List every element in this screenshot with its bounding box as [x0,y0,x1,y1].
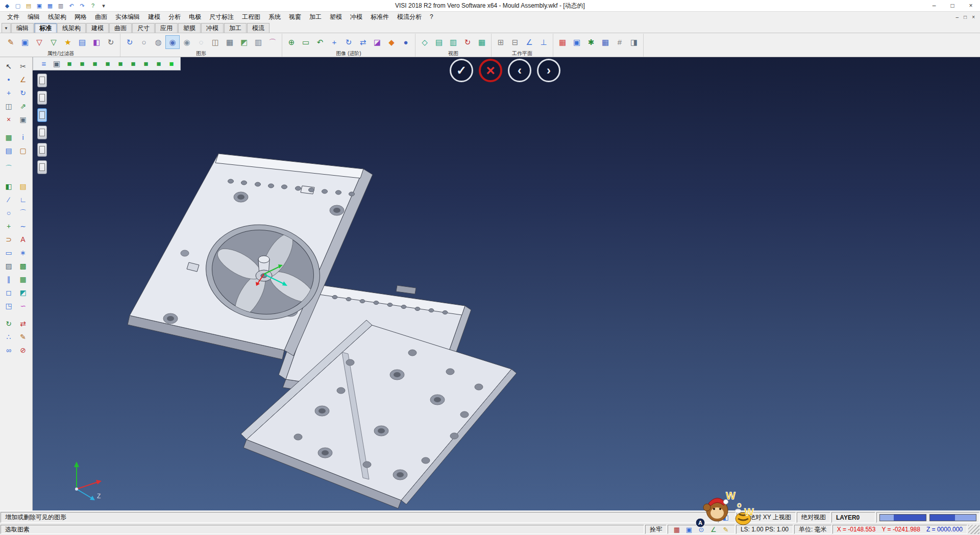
fill-color-icon[interactable]: ◧ [2,180,16,193]
view-cube-top-icon[interactable]: ■ [77,59,88,69]
menu-item[interactable]: 实体编辑 [111,13,144,21]
freeform-icon[interactable]: ∽ [16,299,30,312]
settings-gear-icon[interactable]: ✱ [584,35,598,49]
view-cube-right-icon[interactable]: ■ [128,59,139,69]
save-icon[interactable]: ▣ [35,2,44,10]
next-button[interactable]: › [537,59,560,82]
ortho-icon[interactable]: ▣ [684,525,694,533]
offset-icon[interactable]: ⊃ [2,233,16,246]
select-icon[interactable]: ↖ [2,60,16,73]
tab-application[interactable]: 应用 [155,23,178,33]
tab-stamping[interactable]: 冲模 [201,23,224,33]
circle-icon[interactable]: ○ [2,206,16,220]
snap-lock-toggle[interactable]: 拴牢 [645,525,667,534]
confirm-button[interactable]: ✓ [450,59,473,82]
close-button[interactable]: × [962,0,980,11]
layers-icon[interactable]: ▤ [2,144,16,157]
render-settings-icon[interactable]: ◆ [384,35,399,49]
workplane-from-view-icon[interactable]: ⊟ [508,35,522,49]
view-cube-left-icon[interactable]: ■ [115,59,126,69]
menu-item[interactable]: 网格 [70,13,91,21]
points-icon[interactable]: ∴ [2,330,16,344]
shading-sphere-icon[interactable]: ● [399,35,413,49]
measure-icon[interactable]: ∠ [16,73,30,86]
shaded-edges-display-icon[interactable]: ◉ [180,35,194,49]
zebra-analysis-icon[interactable]: ▥ [251,35,265,49]
snap-point-icon[interactable]: • [2,73,16,86]
multi-view-icon[interactable]: ▦ [223,35,237,49]
screen-config-icon[interactable]: ▣ [570,35,584,49]
snap-settings-icon[interactable]: # [612,35,627,49]
trim-icon[interactable]: ✂ [16,60,30,73]
workplane-normal-icon[interactable]: ⊥ [536,35,551,49]
system-info-icon[interactable]: ◨ [627,35,641,49]
resize-grip[interactable] [968,525,979,534]
workplane-xy-icon[interactable]: ⊞ [494,35,508,49]
tab-moulding[interactable]: 塑膜 [178,23,201,33]
group-icon[interactable]: ▦ [2,131,16,144]
grid-icon[interactable]: ▦ [16,273,30,286]
mdi-restore-button[interactable]: □ [964,14,967,20]
zoom-previous-icon[interactable]: ↶ [313,35,327,49]
display-settings-icon[interactable]: ▣ [51,59,62,69]
cancel-button[interactable]: × [479,59,502,82]
hatch-icon[interactable]: ▨ [2,259,16,273]
undo-icon[interactable]: ↶ [67,2,76,10]
view-cube-axon-icon[interactable]: ■ [153,59,164,69]
curve-icon[interactable]: ⌒ [2,162,16,175]
minimize-button[interactable]: – [925,0,943,11]
menu-item[interactable]: 加工 [305,13,326,21]
workplane-3points-icon[interactable]: ∠ [522,35,536,49]
point-plus-icon[interactable]: + [2,220,16,233]
view-manager-icon[interactable]: ▦ [475,35,489,49]
element-filter-icon[interactable]: ▽ [32,35,46,49]
polyline-icon[interactable]: ∟ [16,193,30,206]
move-icon[interactable]: + [2,86,16,100]
edit-attributes-icon[interactable]: ✎ [4,35,18,49]
view-cube-back-icon[interactable]: ■ [102,59,113,69]
tab-surface[interactable]: 曲面 [109,23,132,33]
surface-icon[interactable]: ◩ [16,286,30,299]
menu-item[interactable]: 工程图 [238,13,264,21]
draft-analysis-icon[interactable]: ◩ [237,35,251,49]
menu-item[interactable]: 编辑 [23,13,44,21]
blocks-icon[interactable]: ▢ [16,144,30,157]
pan-icon[interactable]: + [327,35,341,49]
filter-wireframe-icon[interactable] [37,108,47,122]
curvature-analysis-icon[interactable]: ⌒ [265,35,280,49]
view-cube-bottom-icon[interactable]: ■ [140,59,152,69]
arc-icon[interactable]: ⌒ [16,206,30,220]
copy-icon[interactable]: ▣ [16,113,30,126]
hatch-green-icon[interactable]: ▩ [16,259,30,273]
spline-icon[interactable]: ∼ [16,220,30,233]
rectangle-icon[interactable]: ▭ [2,246,16,259]
redo-icon[interactable]: ↷ [78,2,87,10]
tab-machining[interactable]: 加工 [224,23,247,33]
customize-toolbar-caret[interactable]: ▾ [99,2,108,10]
shaded-view-icon[interactable]: ■ [166,59,177,69]
view-flip-icon[interactable]: ⇄ [356,35,370,49]
mdi-minimize-button[interactable]: – [956,14,959,20]
view-mode-indicator[interactable]: 绝对视图 [797,512,830,523]
save-all-icon[interactable]: ▦ [45,2,55,10]
filter-solids-icon[interactable] [37,74,47,87]
pencil-icon[interactable]: ✎ [16,330,30,344]
mirror-icon[interactable]: ◫ [2,100,16,113]
front-view-icon[interactable]: ▥ [446,35,460,49]
tab-modeling[interactable]: 建模 [86,23,109,33]
line-icon[interactable]: ∕ [2,193,16,206]
print-icon[interactable]: ▥ [56,2,65,10]
transparent-display-icon[interactable]: ◌ [194,35,208,49]
menu-item[interactable]: 标准件 [366,13,393,21]
filter-surfaces-icon[interactable] [37,91,47,105]
info-icon[interactable]: i [16,131,30,144]
menu-item[interactable]: ? [426,13,437,20]
color-palette-icon[interactable]: ▦ [555,35,570,49]
menu-item[interactable]: 电极 [185,13,205,21]
new-file-icon[interactable]: ▢ [13,2,22,10]
clipping-plane-icon[interactable]: ◪ [370,35,384,49]
reroute-icon[interactable]: ⇄ [16,317,30,330]
active-layer-indicator[interactable]: LAYER0 [831,512,875,523]
menu-item[interactable]: 分析 [164,13,185,21]
app-icon[interactable]: ◆ [3,2,12,10]
